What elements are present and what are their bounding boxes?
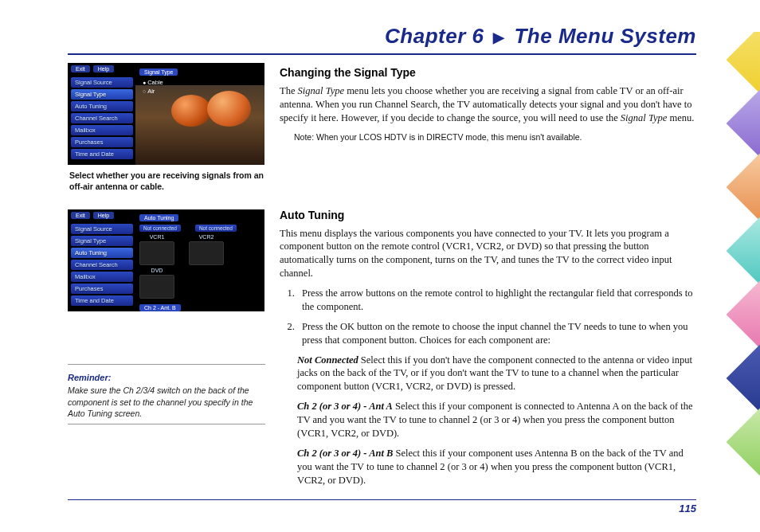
osd2-exit-button: Exit: [71, 212, 90, 219]
left-column: Exit Help Signal Source Signal Type Auto…: [68, 63, 265, 493]
step-2: Press the OK button on the remote to cho…: [297, 320, 696, 347]
chapter-header: Chapter 6 ▶ The Menu System: [68, 24, 696, 49]
osd-menu-time-date: Time and Date: [71, 149, 133, 159]
osd-menubar: Exit Help: [71, 65, 114, 72]
osd2-device-vcr1: VCR1: [139, 234, 174, 265]
footer-rule: [68, 499, 696, 500]
chapter-prefix: Chapter 6: [385, 24, 484, 48]
spacer: [68, 311, 265, 359]
osd-menu-signal-source: Signal Source: [71, 77, 133, 88]
osd2-menu-time-date: Time and Date: [71, 295, 133, 306]
section1-paragraph: The Signal Type menu lets you choose whe…: [280, 84, 696, 125]
triangle-icon: ▶: [493, 29, 505, 46]
osd2-menubar: Exit Help: [71, 212, 114, 219]
osd2-device-dvd: DVD: [139, 268, 174, 299]
osd-signal-type-panel: Signal Type Cable Air: [139, 66, 259, 96]
osd2-device-vcr2: VCR2: [189, 234, 224, 265]
osd2-slot-vcr1-status: Not connected: [139, 225, 181, 232]
screenshot-signal-type: Exit Help Signal Source Signal Type Auto…: [68, 63, 264, 165]
osd2-slot-vcr2-status: Not connected: [195, 225, 237, 232]
screenshot-auto-tuning: Exit Help Signal Source Signal Type Auto…: [68, 209, 264, 311]
osd-help-button: Help: [93, 65, 114, 72]
osd2-menu-channel-search: Channel Search: [71, 260, 133, 270]
section-title-signal-type: Changing the Signal Type: [280, 65, 696, 80]
osd-menu-channel-search: Channel Search: [71, 113, 133, 123]
osd2-menu-signal-type: Signal Type: [71, 236, 133, 246]
section2-intro: This menu displays the various component…: [280, 227, 696, 281]
osd-exit-button: Exit: [71, 65, 90, 72]
osd2-menu-purchases: Purchases: [71, 284, 133, 294]
reminder-rule-bottom: [68, 424, 265, 424]
osd2-help-button: Help: [93, 212, 114, 219]
spacer: [68, 192, 265, 209]
screenshot1-caption: Select whether you are receiving signals…: [68, 165, 265, 192]
section-title-auto-tuning: Auto Tuning: [280, 208, 696, 223]
reminder-rule-top: [68, 364, 265, 365]
osd2-side-menu: Signal Source Signal Type Auto Tuning Ch…: [71, 224, 133, 307]
osd2-menu-mailbox: Mailbox: [71, 272, 133, 282]
content-columns: Exit Help Signal Source Signal Type Auto…: [68, 63, 696, 493]
osd-panel-title: Signal Type: [139, 68, 178, 76]
osd2-panel-title: Auto Tuning: [139, 214, 178, 221]
osd-menu-purchases: Purchases: [71, 137, 133, 147]
option-antenna-a: Ch 2 (or 3 or 4) - Ant A Select this if …: [297, 400, 696, 440]
section1-note: Note: When your LCOS HDTV is in DIRECTV …: [294, 131, 696, 143]
reminder-title: Reminder:: [68, 373, 265, 382]
option-antenna-b: Ch 2 (or 3 or 4) - Ant B Select this if …: [297, 447, 696, 487]
chapter-title: The Menu System: [514, 24, 696, 48]
reminder-text: Make sure the Ch 2/3/4 switch on the bac…: [68, 382, 265, 419]
osd-menu-auto-tuning: Auto Tuning: [71, 101, 133, 111]
page-number: 115: [68, 503, 696, 514]
right-column: Changing the Signal Type The Signal Type…: [280, 63, 696, 493]
spacer: [280, 154, 696, 205]
osd-menu-signal-type: Signal Type: [71, 89, 133, 100]
osd2-selected-channel: Ch 2 - Ant. B: [139, 304, 181, 311]
osd-option-cable: Cable: [139, 78, 259, 87]
osd-menu-mailbox: Mailbox: [71, 125, 133, 135]
auto-tuning-steps: Press the arrow buttons on the remote co…: [280, 287, 696, 347]
option-not-connected: Not Connected Select this if you don't h…: [297, 354, 696, 394]
page-root: Chapter 6 ▶ The Menu System Exit Help Si…: [0, 0, 760, 532]
osd2-auto-tuning-panel: Auto Tuning Not connected Not connected …: [139, 212, 262, 311]
osd2-menu-signal-source: Signal Source: [71, 224, 133, 234]
osd-side-menu: Signal Source Signal Type Auto Tuning Ch…: [71, 77, 133, 161]
osd-option-air: Air: [139, 87, 259, 96]
osd2-menu-auto-tuning: Auto Tuning: [71, 248, 133, 258]
header-rule: [68, 53, 696, 55]
step-1: Press the arrow buttons on the remote co…: [297, 287, 696, 314]
